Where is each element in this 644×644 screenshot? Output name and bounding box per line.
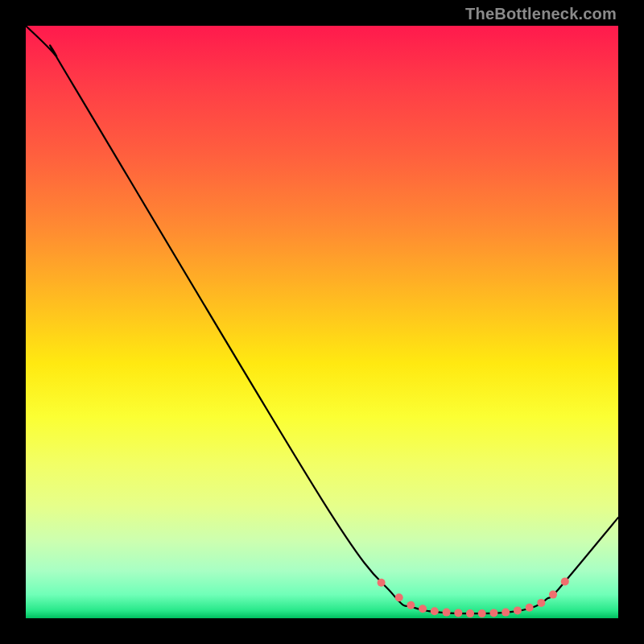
- bottleneck-curve: [26, 26, 618, 613]
- curve-marker: [407, 601, 415, 609]
- curve-markers: [378, 577, 569, 617]
- curve-marker: [478, 609, 486, 617]
- curve-marker: [489, 609, 497, 617]
- curve-marker: [378, 579, 386, 587]
- curve-marker: [561, 577, 569, 585]
- curve-marker: [549, 591, 557, 599]
- chart-svg: [26, 26, 618, 618]
- curve-marker: [466, 609, 474, 617]
- chart-frame: TheBottleneck.com: [0, 0, 644, 644]
- curve-marker: [419, 605, 427, 613]
- curve-marker: [514, 606, 522, 614]
- curve-marker: [431, 607, 439, 615]
- curve-marker: [443, 609, 451, 617]
- curve-marker: [454, 609, 462, 617]
- curve-marker: [537, 599, 545, 607]
- watermark-text: TheBottleneck.com: [465, 5, 617, 23]
- curve-marker: [395, 593, 403, 601]
- curve-marker: [526, 604, 534, 612]
- curve-marker: [502, 609, 510, 617]
